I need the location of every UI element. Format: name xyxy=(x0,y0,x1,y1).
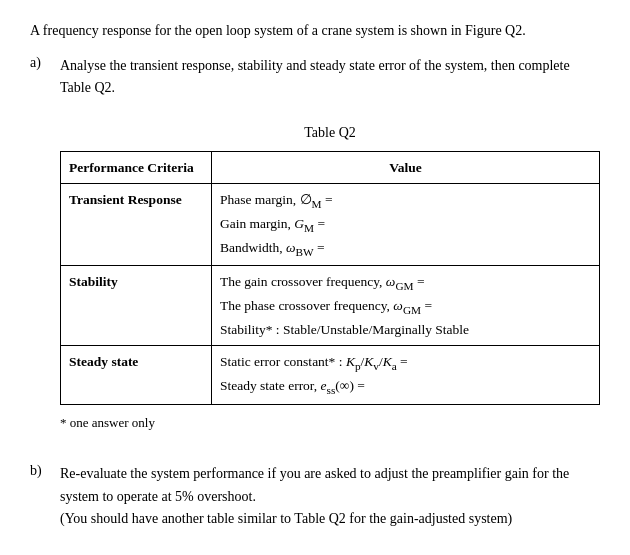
table-row-steady-state: Steady state Static error constant* : Kp… xyxy=(61,346,600,404)
performance-table: Performance Criteria Value Transient Res… xyxy=(60,151,600,405)
value-bandwidth: Bandwidth, ωBW = xyxy=(220,237,591,261)
table-header-row: Performance Criteria Value xyxy=(61,151,600,184)
value-phase-crossover: The phase crossover frequency, ωGM = xyxy=(220,295,591,319)
question-a-label: a) xyxy=(30,55,50,449)
question-b-text: Re-evaluate the system performance if yo… xyxy=(60,463,600,508)
value-static-error-constant: Static error constant* : Kp/Kv/Ka = xyxy=(220,351,591,375)
question-b-content: Re-evaluate the system performance if yo… xyxy=(60,463,600,530)
question-b-subtext: (You should have another table similar t… xyxy=(60,508,600,530)
values-transient: Phase margin, ∅M = Gain margin, GM = Ban… xyxy=(211,184,599,266)
values-stability: The gain crossover frequency, ωGM = The … xyxy=(211,266,599,346)
col-header-value: Value xyxy=(211,151,599,184)
question-a-text: Analyse the transient response, stabilit… xyxy=(60,55,600,100)
table-row-transient: Transient Response Phase margin, ∅M = Ga… xyxy=(61,184,600,266)
criteria-transient: Transient Response xyxy=(61,184,212,266)
footnote: * one answer only xyxy=(60,413,600,434)
table-title: Table Q2 xyxy=(60,122,600,144)
value-steady-state-error: Steady state error, ess(∞) = xyxy=(220,375,591,399)
criteria-steady-state: Steady state xyxy=(61,346,212,404)
table-row-stability: Stability The gain crossover frequency, … xyxy=(61,266,600,346)
question-b-block: b) Re-evaluate the system performance if… xyxy=(30,463,600,530)
value-stability-note: Stability* : Stable/Unstable/Marginally … xyxy=(220,319,591,341)
question-a-content: Analyse the transient response, stabilit… xyxy=(60,55,600,449)
value-gain-margin: Gain margin, GM = xyxy=(220,213,591,237)
question-a-block: a) Analyse the transient response, stabi… xyxy=(30,55,600,449)
value-phase-margin: Phase margin, ∅M = xyxy=(220,189,591,213)
values-steady-state: Static error constant* : Kp/Kv/Ka = Stea… xyxy=(211,346,599,404)
value-gain-crossover: The gain crossover frequency, ωGM = xyxy=(220,271,591,295)
criteria-stability: Stability xyxy=(61,266,212,346)
col-header-criteria: Performance Criteria xyxy=(61,151,212,184)
intro-paragraph: A frequency response for the open loop s… xyxy=(30,20,600,41)
question-b-label: b) xyxy=(30,463,50,530)
